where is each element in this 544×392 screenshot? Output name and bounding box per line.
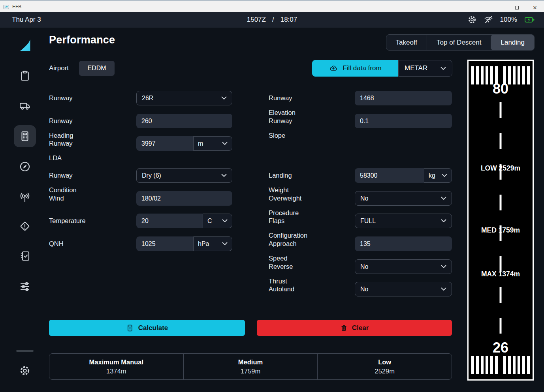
antenna-broadcast-icon [19,191,31,203]
sidebar-item-radio[interactable] [19,191,31,203]
flaps-configuration-select[interactable]: FULL [355,214,452,228]
chevron-down-icon [441,265,446,268]
runway-diagram: 80 LOW 2529m MED 1759m MAX 1374m 26 [467,60,534,381]
result-maximum-manual: Maximum Manual 1374m [49,354,183,379]
calculate-button[interactable]: Calculate [49,320,245,336]
landing-weight-unit-select[interactable]: kg [424,168,452,183]
app-icon [4,4,9,9]
result-medium: Medium 1759m [183,354,318,379]
runway-marker-max: MAX 1374m [469,270,533,278]
calculator-icon [126,324,134,332]
runway-marker-med: MED 1759m [469,226,533,234]
calculator-icon [19,130,31,142]
autoland-label: Autoland [269,282,294,296]
minimize-button[interactable]: — [489,2,508,13]
tab-top-of-descent[interactable]: Top of Descent [427,35,491,50]
sliders-icon [19,281,31,293]
qnh-input[interactable] [136,236,193,251]
runway-number-far: 80 [469,81,533,97]
approach-speed-input[interactable] [355,236,452,251]
status-utc-time: 1507Z [247,16,266,24]
runway-lda-input[interactable] [136,136,193,151]
sidebar-item-ground-ops[interactable] [19,100,31,112]
chevron-down-icon [222,219,228,223]
brand-logo-icon [18,38,33,53]
settings-gear-icon [19,365,31,377]
battery-charging-icon [524,15,535,24]
settings-gear-icon[interactable] [467,15,477,24]
runway-elevation-input[interactable] [355,91,452,105]
tab-landing[interactable]: Landing [491,35,534,50]
trash-icon [340,324,348,332]
os-titlebar: EFB — ✕ [0,0,544,12]
maximize-button[interactable] [508,2,526,13]
overweight-procedure-select[interactable]: No [355,191,452,206]
runway-lda-label: Runway LDA [49,136,73,165]
status-time-separator: / [272,16,274,24]
sidebar-item-flight-plan[interactable] [19,70,31,82]
status-clock: 1507Z / 18:07 [0,12,544,28]
airport-code-button[interactable]: EDDM [79,61,115,76]
fill-source-select[interactable]: METAR [398,60,452,77]
chevron-down-icon [442,174,447,177]
status-local-time: 18:07 [280,16,297,24]
sidebar-item-performance[interactable] [19,130,31,142]
clear-button[interactable]: Clear [257,320,452,336]
sidebar-item-tuning[interactable] [19,281,31,293]
chevron-down-icon [440,67,446,70]
compass-icon [19,161,31,173]
runway-marker-low: LOW 2529m [469,164,533,173]
runway-centerline [500,102,502,339]
landing-distance-results: Maximum Manual 1374m Medium 1759m Low 25… [49,353,452,380]
fill-data-from-button[interactable]: Fill data from [312,60,398,77]
qnh-unit-select[interactable]: hPa [193,236,232,251]
chevron-down-icon [222,142,228,145]
chevron-down-icon [222,242,228,246]
efb-app-window: EFB — ✕ Thu Apr 3 1507Z / 18:07 100% [0,0,544,392]
chevron-down-icon [441,219,446,223]
window-title: EFB [12,4,21,9]
runway-condition-select[interactable]: Dry (6) [136,168,232,183]
landing-weight-input[interactable] [355,168,424,183]
truck-icon [19,100,31,112]
sidebar-item-warnings[interactable] [19,220,31,232]
chevron-down-icon [441,197,446,200]
performance-phase-tabs: Takeoff Top of Descent Landing [386,34,535,51]
sidebar-item-navigation[interactable] [19,161,31,173]
runway-number-near: 26 [469,339,533,356]
sidebar-divider [16,350,34,352]
autoland-select[interactable]: No [355,282,452,296]
maximize-icon [515,6,519,9]
app-statusbar: Thu Apr 3 1507Z / 18:07 100% [0,12,544,28]
runway-label: Runway [49,91,73,105]
runway-lda-unit-select[interactable]: m [193,136,232,151]
sidebar-item-checklist[interactable] [19,250,31,262]
warning-diamond-icon [19,220,31,232]
runway-select[interactable]: 26R [136,91,232,105]
sidebar-item-settings[interactable] [19,365,31,377]
temperature-unit-select[interactable]: C [203,214,232,228]
runway-slope-input[interactable] [355,114,452,128]
chevron-down-icon [221,96,227,100]
airport-label: Airport [49,64,69,72]
runway-threshold-stripes-near [469,356,533,374]
checklist-notebook-icon [19,250,31,262]
chevron-down-icon [441,287,446,291]
page-title: Performance [49,34,115,46]
chevron-down-icon [221,174,227,177]
tab-takeoff[interactable]: Takeoff [386,35,427,50]
battery-percentage: 100% [500,16,517,24]
runway-heading-input[interactable] [136,114,232,128]
clipboard-icon [19,70,31,82]
qnh-label: QNH [49,236,64,251]
runway-slope-label: Runway Slope [269,114,292,143]
cloud-download-icon [329,64,338,73]
close-button[interactable]: ✕ [526,2,544,13]
reverse-thrust-select[interactable]: No [355,259,452,274]
temperature-input[interactable] [136,214,203,228]
result-low: Low 2529m [317,354,452,379]
wind-label: Wind [49,191,64,206]
temperature-label: Temperature [49,214,86,228]
wind-input[interactable] [136,191,232,206]
wifi-off-icon [484,15,493,24]
